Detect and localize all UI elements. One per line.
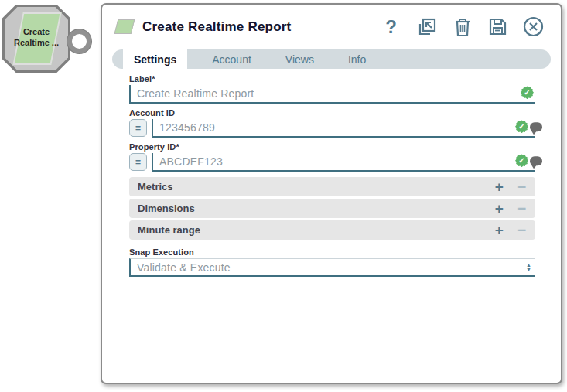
- dialog-toolbar: ?: [381, 16, 544, 37]
- tab-account[interactable]: Account: [195, 49, 268, 69]
- tab-info[interactable]: Info: [331, 49, 383, 69]
- remove-row-icon[interactable]: −: [517, 179, 526, 195]
- snap-node[interactable]: Create Realtime ...: [2, 5, 73, 74]
- dialog-title: Create Realtime Report: [142, 19, 381, 35]
- tab-views[interactable]: Views: [268, 49, 331, 69]
- account-id-input[interactable]: 123456789 ✓: [152, 119, 535, 138]
- tab-settings[interactable]: Settings: [123, 49, 187, 69]
- snap-execution-caption: Snap Execution: [129, 247, 535, 257]
- tab-bar: Settings Account Views Info: [112, 49, 551, 69]
- dialog-header: Create Realtime Report ?: [102, 5, 561, 45]
- field-snap-execution: Snap Execution Validate & Execute ▲ ▼: [129, 247, 535, 277]
- add-row-icon[interactable]: +: [495, 223, 504, 238]
- account-id-caption: Account ID: [129, 108, 535, 118]
- field-label: Label* Create Realtime Report ✓: [129, 74, 535, 104]
- select-spinner-icon[interactable]: ▲ ▼: [526, 263, 531, 272]
- remove-row-icon[interactable]: −: [517, 223, 526, 238]
- open-in-new-icon[interactable]: [416, 16, 437, 37]
- property-id-caption: Property ID*: [129, 142, 535, 152]
- valid-check-icon: ✓: [515, 120, 528, 133]
- label-field-caption: Label*: [129, 74, 535, 84]
- valid-check-icon: ✓: [521, 86, 534, 99]
- field-property-id: Property ID* = ABCDEF123 ✓: [129, 142, 535, 172]
- snap-type-icon: [114, 19, 135, 34]
- tabbar-left-cap: [112, 49, 123, 69]
- label-input[interactable]: Create Realtime Report ✓: [129, 85, 535, 104]
- settings-panel: Label* Create Realtime Report ✓ Account …: [129, 74, 535, 281]
- pipeline-canvas: Create Realtime ... Create Realtime Repo…: [0, 0, 567, 392]
- add-row-icon[interactable]: +: [495, 201, 504, 216]
- snap-node-label: Create Realtime ...: [2, 26, 70, 48]
- remove-row-icon[interactable]: −: [517, 201, 526, 216]
- property-id-input[interactable]: ABCDEF123 ✓: [152, 153, 535, 172]
- valid-check-icon: ✓: [515, 154, 528, 167]
- snap-execution-select[interactable]: Validate & Execute ▲ ▼: [129, 258, 535, 277]
- field-account-id: Account ID = 123456789 ✓: [129, 108, 535, 138]
- help-icon[interactable]: ?: [381, 16, 401, 37]
- expression-toggle-icon[interactable]: =: [129, 153, 147, 171]
- expression-toggle-icon[interactable]: =: [129, 119, 147, 137]
- accordion-metrics[interactable]: Metrics + −: [129, 177, 535, 196]
- output-port[interactable]: [67, 29, 91, 53]
- accordion-dimensions[interactable]: Dimensions + −: [129, 199, 535, 218]
- delete-icon[interactable]: [452, 16, 473, 37]
- accordion-minute-range[interactable]: Minute range + −: [129, 220, 535, 240]
- comment-icon[interactable]: [530, 156, 542, 165]
- comment-icon[interactable]: [530, 122, 542, 131]
- snap-settings-dialog: Create Realtime Report ?: [101, 3, 562, 384]
- add-row-icon[interactable]: +: [495, 179, 504, 195]
- close-icon[interactable]: [523, 16, 544, 37]
- save-icon[interactable]: [487, 16, 508, 37]
